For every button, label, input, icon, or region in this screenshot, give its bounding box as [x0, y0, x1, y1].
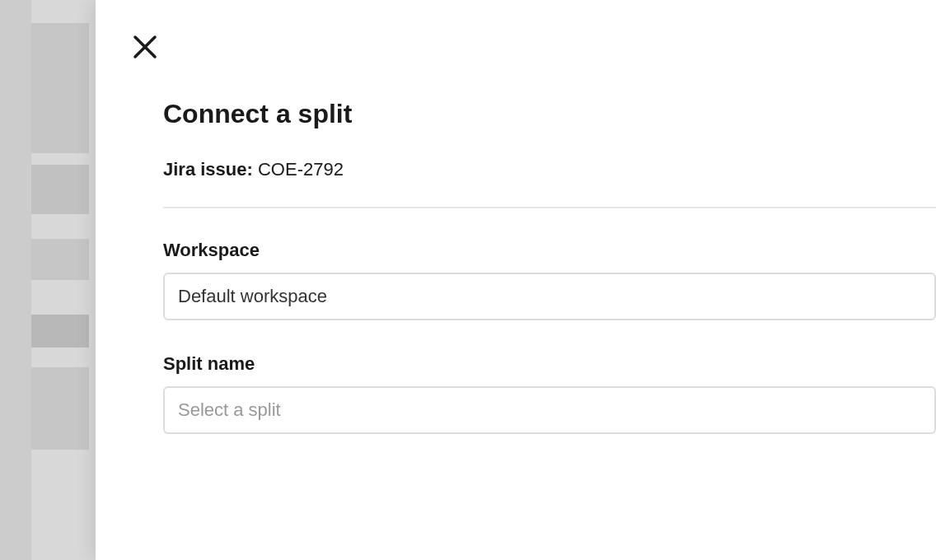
- background-placeholder: [31, 367, 89, 450]
- workspace-select[interactable]: Default workspace: [163, 273, 936, 320]
- background-placeholder: [31, 165, 89, 214]
- close-button[interactable]: [129, 31, 161, 64]
- jira-issue-line: Jira issue: COE-2792: [163, 159, 936, 180]
- workspace-select-value: Default workspace: [178, 286, 327, 306]
- background-placeholder: [31, 315, 89, 348]
- connect-split-dialog: Connect a split Jira issue: COE-2792 Wor…: [96, 0, 936, 560]
- split-name-placeholder: Select a split: [178, 399, 281, 420]
- jira-issue-value: COE-2792: [258, 159, 344, 180]
- background-sidebar: [0, 0, 96, 560]
- close-icon: [133, 35, 157, 62]
- background-sidebar-rail: [0, 0, 31, 560]
- background-placeholder: [31, 23, 89, 153]
- split-name-select[interactable]: Select a split: [163, 386, 936, 434]
- jira-issue-label: Jira issue:: [163, 159, 253, 180]
- workspace-label: Workspace: [163, 240, 936, 261]
- split-name-label: Split name: [163, 353, 936, 375]
- background-placeholder: [31, 239, 89, 280]
- divider: [163, 207, 936, 208]
- dialog-title: Connect a split: [163, 99, 936, 129]
